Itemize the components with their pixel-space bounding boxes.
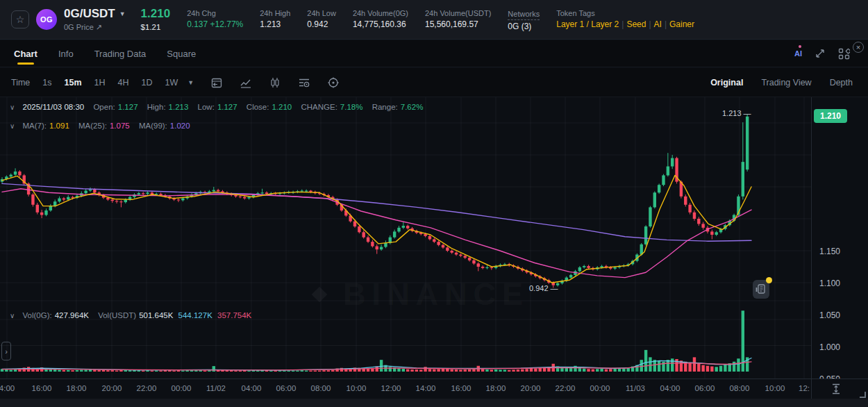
resize-corner-icon[interactable] — [860, 392, 866, 398]
stat-networks: Networks 0G (3) — [508, 7, 540, 32]
notification-dot — [766, 277, 772, 283]
stat-24h-high: 24h High 1.213 — [260, 9, 290, 30]
collapse-caret-icon[interactable]: ∨ — [10, 312, 15, 319]
mode-trading-view[interactable]: Trading View — [761, 78, 811, 88]
low-value: 1.127 — [217, 103, 237, 111]
time-axis[interactable]: 4:0016:0018:0020:0022:0000:0011/0204:000… — [0, 379, 868, 399]
time-tick-label: 11/02 — [201, 384, 231, 392]
tag-ai[interactable]: AI — [654, 19, 662, 29]
pair-selector[interactable]: 0G/USDT ▼ — [64, 7, 126, 21]
price-axis-divider — [811, 97, 812, 399]
candlestick-icon[interactable] — [269, 76, 281, 89]
external-link-icon: ↗ — [96, 23, 102, 31]
time-tick-label: 16:00 — [446, 384, 476, 392]
interval-more-caret-icon[interactable]: ▼ — [187, 79, 194, 86]
axis-tick-label: 1.050 — [819, 310, 840, 320]
interval-1s[interactable]: 1s — [42, 78, 51, 88]
news-icon[interactable] — [753, 280, 769, 299]
mode-depth[interactable]: Depth — [830, 78, 853, 88]
last-price-badge: 1.210 — [814, 109, 847, 123]
collapse-caret-icon[interactable]: ∨ — [10, 122, 15, 130]
time-tick-label: 14:00 — [410, 384, 441, 392]
axis-tick-label: 1.100 — [819, 279, 840, 288]
time-tick-label: 11/03 — [620, 384, 651, 392]
interval-15m[interactable]: 15m — [65, 78, 82, 88]
interval-1d[interactable]: 1D — [142, 78, 153, 88]
ma99-value: 1.020 — [170, 122, 190, 130]
pair-name: 0G/USDT — [64, 7, 115, 21]
tab-trading-data[interactable]: Trading Data — [94, 40, 147, 67]
time-tick-label: 20:00 — [97, 384, 127, 392]
time-tick-label: 04:00 — [655, 384, 685, 392]
time-tick-label: 18:00 — [481, 384, 511, 392]
tag-gainer[interactable]: Gainer — [669, 19, 694, 29]
tab-info[interactable]: Info — [58, 40, 74, 67]
axis-tick-label: 1.150 — [819, 247, 840, 256]
time-tick-label: 04:00 — [236, 384, 267, 392]
interval-4h[interactable]: 4H — [118, 78, 129, 88]
axis-tick-label: 1.000 — [819, 342, 840, 352]
date-range-icon[interactable] — [210, 76, 223, 89]
time-tick-label: 12:00 — [376, 384, 406, 392]
candlestick-chart[interactable] — [0, 97, 868, 399]
axis-scale-icon[interactable] — [831, 383, 842, 398]
networks-value: 0G (3) — [508, 22, 540, 32]
stat-24h-low: 24h Low 0.942 — [307, 9, 336, 30]
vol-quote-value: 501.645K — [139, 311, 173, 319]
grid-layout-icon[interactable] — [838, 48, 850, 60]
section-tabs: Chart Info Trading Data Square AI × — [0, 40, 868, 67]
caret-down-icon: ▼ — [119, 10, 126, 17]
time-tick-label: 10:00 — [341, 384, 372, 392]
range-value: 7.62% — [401, 103, 424, 111]
mode-original[interactable]: Original — [710, 78, 743, 88]
networks-label[interactable]: Networks — [508, 10, 540, 20]
stat-token-tags: Token Tags Layer 1 / Layer 2|Seed|AI|Gai… — [556, 9, 694, 30]
tag-layer1-layer2[interactable]: Layer 1 / Layer 2 — [556, 19, 619, 29]
collapse-caret-icon[interactable]: ∨ — [10, 103, 15, 111]
pair-header: ☆ OG 0G/USDT ▼ 0G Price ↗ 1.210 $1.21 24… — [0, 0, 868, 40]
favorite-button[interactable]: ☆ — [11, 10, 29, 28]
interval-1h[interactable]: 1H — [94, 78, 106, 88]
time-tick-label: 10:00 — [760, 384, 790, 392]
tab-square[interactable]: Square — [167, 40, 196, 67]
session-high-label: 1.213 — — [722, 109, 751, 117]
tag-seed[interactable]: Seed — [626, 19, 646, 29]
indicators-icon[interactable] — [298, 76, 310, 89]
chart-canvas[interactable]: BINANCE ∨ 2025/11/03 08:30 Open:1.127 Hi… — [0, 97, 868, 399]
time-tick-label: 06:00 — [690, 384, 720, 392]
vol-ma-slow-value: 357.754K — [217, 311, 251, 319]
coin-logo: OG — [36, 9, 57, 30]
price-link[interactable]: 0G Price ↗ — [64, 23, 126, 32]
volume-readout: ∨ Vol(0G):427.964K Vol(USDT)501.645K 544… — [10, 311, 251, 319]
expand-icon[interactable] — [815, 48, 826, 59]
time-tick-label: 08:00 — [724, 384, 755, 392]
time-tick-label: 20:00 — [515, 384, 546, 392]
chart-style-icon[interactable] — [240, 76, 252, 89]
tab-chart[interactable]: Chart — [14, 40, 37, 67]
window-bottom-strip — [0, 399, 868, 407]
usd-price: $1.21 — [141, 23, 171, 32]
stat-24h-volume-base: 24h Volume(0G) 14,775,160.36 — [353, 9, 408, 30]
vol-base-value: 427.964K — [55, 311, 89, 319]
time-tick-label: 18:00 — [61, 384, 92, 392]
time-tick-label: 22:00 — [131, 384, 162, 392]
chevron-right-icon: › — [5, 347, 8, 356]
interval-1w[interactable]: 1W — [165, 78, 178, 88]
stat-24h-volume-quote: 24h Volume(USDT) 15,560,169.57 — [425, 9, 491, 30]
close-value: 1.210 — [272, 103, 292, 111]
time-tick-label: 22:00 — [550, 384, 581, 392]
star-icon: ☆ — [16, 14, 25, 25]
chart-toolbar: Time 1s 15m 1H 4H 1D 1W ▼ Original Tradi… — [0, 68, 868, 97]
time-tick-label: 16:00 — [26, 384, 57, 392]
time-tick-label: 4:00 — [0, 384, 22, 392]
time-tick-label: 12: — [789, 384, 819, 392]
ai-assistant-icon[interactable]: AI — [794, 49, 802, 58]
binance-trading-page: ☆ OG 0G/USDT ▼ 0G Price ↗ 1.210 $1.21 24… — [0, 0, 868, 407]
chart-settings-icon[interactable] — [327, 76, 340, 89]
close-icon[interactable]: × — [853, 42, 864, 53]
panel-expander-button[interactable]: › — [1, 342, 11, 360]
vol-ma-fast-value: 544.127K — [178, 311, 212, 319]
time-tick-label: 00:00 — [585, 384, 615, 392]
time-tick-label: 06:00 — [271, 384, 301, 392]
stat-24h-chg: 24h Chg 0.137 +12.77% — [187, 9, 243, 30]
